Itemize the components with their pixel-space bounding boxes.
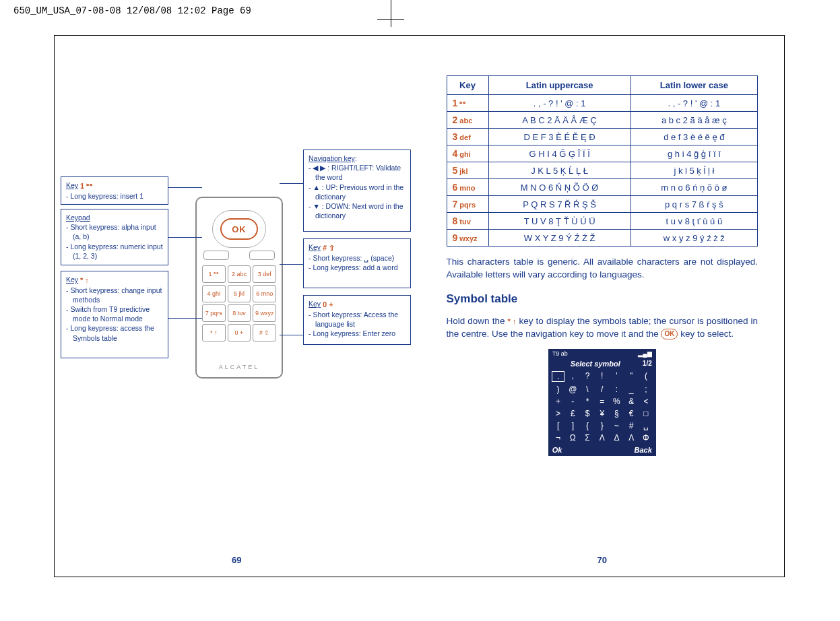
key-hash: # ⇧: [253, 324, 276, 341]
table-row: 1ᵒᵒ. , - ? ! ' @ : 1. , - ? ! ' @ : 1: [447, 95, 758, 112]
table-row: 2abcA B C 2 Ã Ä Å Æ Ça b c 2 ã ä å æ ç: [447, 112, 758, 129]
table-row: 3defD E F 3 È É Ě Ę Ðd e f 3 è é ě ę đ: [447, 129, 758, 145]
callout-item: ▲ : UP: Previous word in the dictionary: [309, 183, 406, 201]
ok-icon: OK: [661, 329, 678, 339]
key-cell: 1ᵒᵒ: [447, 95, 488, 112]
callout-key-0: Key 0 + Short keypress: Access the langu…: [303, 295, 411, 345]
phone-body: OK 1 ᵒᵒ 2 abc 3 def 4 ghi 5 jkl 6 mno 7 …: [195, 197, 283, 379]
lower-cell: d e f 3 è é ě ę đ: [631, 129, 757, 145]
symbol-cell: :: [610, 385, 624, 394]
symbol-cell: <: [639, 397, 653, 406]
key-9: 9 wxyz: [253, 304, 276, 322]
table-row: 8tuvT U V 8 Ţ Ť Ù Ú Üt u v 8 ţ ť ù ú ü: [447, 213, 758, 230]
status-left: T9 ab: [552, 350, 568, 357]
callout-key-star: Key * ↑ Short keypress: change input met…: [61, 271, 168, 358]
key-1: 1 ᵒᵒ: [202, 265, 226, 283]
lower-cell: m n o 6 ń ņ õ ö ø: [631, 179, 757, 196]
callout-item: Long keypress: access the Symbols table: [66, 323, 163, 342]
symbol-cell: §: [610, 409, 624, 418]
symbol-cell: ]: [566, 421, 579, 430]
para-text: key to select.: [680, 329, 734, 339]
key-star: * ↑: [202, 324, 226, 341]
key-3: 3 def: [253, 265, 276, 283]
page-right: Key Latin uppercase Latin lower case 1ᵒᵒ…: [420, 35, 785, 577]
upper-cell: D E F 3 È É Ě Ę Ð: [488, 129, 631, 145]
softkey-right: [249, 251, 275, 260]
lower-cell: w x y z 9 ý ź ż ž: [631, 230, 757, 247]
leader-line: [280, 335, 303, 335]
key-cell: 2abc: [447, 112, 488, 129]
key-0-icon: 0 +: [323, 300, 333, 310]
symbol-cell: Φ: [639, 433, 653, 443]
softkey-ok: Ok: [552, 446, 562, 454]
callout-item: Long keypress: Enter zero: [309, 329, 406, 338]
callout-item: Switch from T9 predictive mode to Normal…: [66, 304, 163, 323]
symbol-cell: *: [581, 397, 594, 406]
callout-title: Key: [66, 181, 78, 189]
callout-item: ◀ ▶ : RIGHT/LEFT: Validate the word: [309, 163, 406, 182]
key-1-icon: 1 ᵒᵒ: [80, 181, 93, 191]
upper-cell: W X Y Z 9 Ý Ź Ż Ž: [488, 230, 631, 247]
symbol-cell: .: [552, 371, 565, 382]
symbol-cell: -: [566, 397, 579, 406]
key-7: 7 pqrs: [202, 304, 226, 322]
crop-mark: [391, 0, 391, 27]
screenshot-title: Select symbol: [571, 360, 620, 368]
callout-keypad: Keypad Short keypress: alpha input (a, b…: [61, 209, 168, 265]
symbol-cell: ;: [639, 385, 653, 394]
signal-icon: ▂▄▆: [638, 350, 651, 357]
callout-item: Long keypress: insert 1: [66, 191, 163, 201]
lower-cell: a b c 2 ã ä å æ ç: [631, 112, 757, 129]
key-4: 4 ghi: [202, 285, 226, 302]
callout-title: Navigation key: [309, 154, 355, 162]
symbol-paragraph: Hold down the * ↑ key to display the sym…: [447, 315, 758, 341]
symbol-cell: □: [639, 409, 653, 418]
lower-cell: j k l 5 ķ ĺ ļ ł: [631, 162, 757, 179]
symbol-cell: @: [566, 385, 579, 394]
key-cell: 5jkl: [447, 162, 488, 179]
softkey-back: Back: [634, 446, 651, 454]
lower-cell: t u v 8 ţ ť ù ú ü: [631, 213, 757, 230]
callout-item: Long keypress: add a word: [309, 263, 406, 272]
key-0: 0 +: [228, 324, 251, 341]
symbol-cell: (: [639, 371, 653, 382]
phone-diagram: OK 1 ᵒᵒ 2 abc 3 def 4 ghi 5 jkl 6 mno 7 …: [195, 197, 283, 379]
key-5: 5 jkl: [228, 285, 251, 302]
upper-cell: M N O 6 Ń Ņ Õ Ö Ø: [488, 179, 631, 196]
table-row: 7pqrsP Q R S 7 Ř Ŕ Ş Šp q r s 7 ß ŕ ş š: [447, 196, 758, 213]
leader-line: [280, 264, 303, 265]
callout-item: Short keypress: Access the language list: [309, 310, 406, 329]
table-row: 9wxyzW X Y Z 9 Ý Ź Ż Žw x y z 9 ý ź ż ž: [447, 230, 758, 247]
symbol-cell: $: [581, 409, 594, 418]
callout-key-1: Key 1 ᵒᵒ Long keypress: insert 1: [61, 176, 168, 205]
symbol-grid: .,?!'"()@\/:_;+-*=%&<>£$¥§€□[]{}~#␣¬ΩΣΛΔ…: [548, 369, 656, 445]
symbol-cell: €: [624, 409, 638, 418]
upper-cell: J K L 5 Ķ Ĺ Ļ Ł: [488, 162, 631, 179]
lower-cell: . , - ? ! ' @ : 1: [631, 95, 757, 112]
page-number-right: 70: [597, 555, 607, 565]
upper-cell: P Q R S 7 Ř Ŕ Ş Š: [488, 196, 631, 213]
symbol-cell: Λ: [624, 433, 638, 443]
key-hash-icon: # ⇧: [323, 243, 335, 253]
upper-cell: . , - ? ! ' @ : 1: [488, 95, 631, 112]
symbol-cell: Σ: [581, 433, 594, 443]
upper-cell: G H I 4 Ğ Ģ Î Ï Ī: [488, 145, 631, 162]
symbol-cell: Ω: [566, 433, 579, 443]
note-paragraph: This characters table is generic. All av…: [447, 256, 758, 282]
table-row: 6mnoM N O 6 Ń Ņ Õ Ö Øm n o 6 ń ņ õ ö ø: [447, 179, 758, 196]
callout-title: Key: [309, 243, 321, 251]
symbol-table-heading: Symbol table: [447, 292, 758, 306]
symbol-cell: Δ: [610, 433, 624, 443]
symbol-cell: #: [624, 421, 638, 430]
symbol-cell: \: [581, 385, 594, 394]
th-upper: Latin uppercase: [488, 76, 631, 95]
table-row: 4ghiG H I 4 Ğ Ģ Î Ï Īg h i 4 ğ ģ î ï ī: [447, 145, 758, 162]
para-text: Hold down the: [447, 316, 508, 326]
page-number-left: 69: [232, 555, 241, 565]
softkey-left: [203, 251, 229, 260]
symbol-cell: =: [595, 397, 609, 406]
symbol-cell: _: [624, 385, 638, 394]
symbol-cell: ¬: [552, 433, 565, 443]
symbol-cell: £: [566, 409, 579, 418]
lower-cell: p q r s 7 ß ŕ ş š: [631, 196, 757, 213]
